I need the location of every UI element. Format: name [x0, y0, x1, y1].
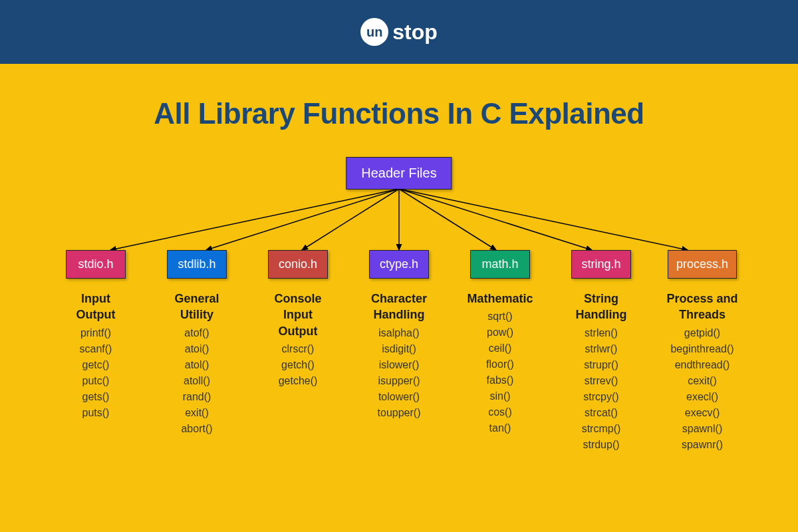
function-item: strrev() [585, 375, 618, 387]
function-item: strcmp() [582, 423, 621, 435]
function-item: cos() [488, 406, 512, 418]
column-process-h: process.hProcess andThreadsgetpid()begin… [660, 250, 745, 451]
root-node: Header Files [346, 157, 452, 190]
svg-line-6 [399, 189, 688, 250]
category-label: InputOutput [76, 291, 116, 323]
category-label: CharacterHandling [371, 291, 427, 323]
category-label: Process andThreads [666, 291, 737, 323]
column-conio-h: conio.hConsoleInputOutputclrscr()getch()… [255, 250, 340, 451]
logo-text: stop [392, 20, 438, 45]
header-chip: conio.h [268, 250, 328, 279]
function-item: atoi() [185, 343, 209, 355]
function-item: gets() [82, 391, 110, 403]
function-item: pow() [487, 327, 513, 338]
function-item: printf() [80, 327, 111, 339]
function-item: floor() [486, 358, 514, 370]
category-label: GeneralUtility [174, 291, 219, 323]
function-item: atof() [184, 327, 209, 339]
function-item: isdigit() [382, 343, 416, 355]
top-header: un stop [0, 0, 798, 64]
function-item: fabs() [487, 374, 514, 386]
svg-line-5 [399, 189, 592, 250]
function-item: strlwr() [585, 343, 618, 355]
function-item: puts() [82, 407, 110, 419]
function-item: islower() [379, 359, 419, 371]
header-chip: stdio.h [66, 250, 126, 279]
function-item: clrscr() [282, 343, 315, 355]
function-item: getch() [281, 359, 315, 371]
function-item: getc() [82, 359, 110, 371]
arrow-connectors [0, 189, 798, 255]
function-item: strcpy() [583, 391, 618, 403]
function-item: spawnr() [682, 439, 723, 451]
header-chip: ctype.h [369, 250, 429, 279]
function-item: cexit() [688, 375, 717, 387]
function-item: endthread() [675, 359, 730, 371]
header-chip: string.h [571, 250, 631, 279]
column-math-h: math.hMathematicsqrt()pow()ceil()floor()… [458, 250, 543, 451]
function-item: execv() [685, 407, 720, 419]
function-list: clrscr()getch()getche() [279, 343, 318, 387]
function-item: putc() [82, 375, 110, 387]
column-stdio-h: stdio.hInputOutputprintf()scanf()getc()p… [53, 250, 138, 451]
content-area: All Library Functions In C Explained Hea… [0, 64, 798, 532]
column-string-h: string.hStringHandlingstrlen()strlwr()st… [559, 250, 644, 451]
header-chip: process.h [668, 250, 737, 279]
function-item: tolower() [378, 391, 420, 403]
category-label: Mathematic [467, 291, 533, 307]
function-item: ceil() [489, 342, 512, 354]
function-list: sqrt()pow()ceil()floor()fabs()sin()cos()… [486, 311, 514, 434]
function-item: isupper() [378, 375, 420, 387]
svg-line-4 [399, 189, 496, 250]
function-list: getpid()beginthread()endthread()cexit()e… [670, 327, 733, 451]
function-item: strdup() [583, 439, 619, 451]
function-item: isalpha() [378, 327, 419, 339]
function-item: execl() [686, 391, 718, 403]
logo-circle-icon: un [360, 18, 388, 46]
function-item: rand() [183, 391, 211, 403]
function-item: scanf() [80, 343, 112, 355]
category-label: StringHandling [576, 291, 627, 323]
function-item: atol() [185, 359, 209, 371]
columns-row: stdio.hInputOutputprintf()scanf()getc()p… [0, 250, 798, 451]
function-list: atof()atoi()atol()atoll()rand()exit()abo… [181, 327, 212, 435]
header-chip: math.h [470, 250, 530, 279]
header-chip: stdlib.h [167, 250, 227, 279]
svg-line-1 [206, 189, 399, 250]
function-item: sqrt() [487, 311, 512, 323]
function-item: getche() [279, 375, 318, 387]
category-label: ConsoleInputOutput [274, 291, 321, 339]
brand-logo: un stop [360, 18, 438, 46]
function-item: atoll() [184, 375, 210, 387]
function-item: tan() [489, 422, 511, 434]
column-ctype-h: ctype.hCharacterHandlingisalpha()isdigit… [356, 250, 442, 451]
svg-line-0 [110, 189, 399, 250]
function-item: beginthread() [670, 343, 733, 355]
function-item: exit() [185, 407, 209, 419]
function-list: isalpha()isdigit()islower()isupper()tolo… [378, 327, 421, 419]
page-title: All Library Functions In C Explained [0, 97, 798, 130]
function-list: printf()scanf()getc()putc()gets()puts() [80, 327, 112, 419]
function-item: strcat() [585, 407, 618, 419]
function-item: sin() [489, 390, 510, 402]
column-stdlib-h: stdlib.hGeneralUtilityatof()atoi()atol()… [154, 250, 239, 451]
function-item: toupper() [378, 407, 421, 419]
svg-line-2 [302, 189, 399, 250]
function-list: strlen()strlwr()strupr()strrev()strcpy()… [582, 327, 621, 451]
function-item: abort() [181, 423, 212, 435]
function-item: strlen() [585, 327, 618, 339]
function-item: spawnl() [682, 423, 722, 435]
function-item: getpid() [684, 327, 720, 339]
function-item: strupr() [584, 359, 618, 371]
